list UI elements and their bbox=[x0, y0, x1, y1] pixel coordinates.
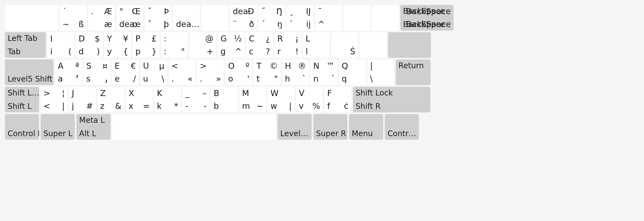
key-super-l[interactable]: Super L bbox=[41, 114, 75, 140]
key-r4-4[interactable]: Kk* bbox=[154, 87, 181, 112]
key-r1-6-bl: dea… bbox=[176, 19, 199, 29]
key-shift-l[interactable]: Shift L…Shift L bbox=[5, 87, 39, 112]
key-r2-11[interactable]: Ś bbox=[331, 32, 358, 58]
key-r1-7[interactable] bbox=[202, 5, 228, 31]
key-r2-4[interactable]: P£p} bbox=[133, 32, 159, 58]
key-lessgreater[interactable]: >¦<| bbox=[41, 87, 67, 112]
key-r3-7-tl: O bbox=[228, 61, 235, 71]
key-r3-1-br: ⸢ bbox=[76, 74, 79, 83]
key-r1-8-br: ð bbox=[249, 19, 254, 29]
key-r3-8-bl: t bbox=[257, 74, 260, 83]
key-r1-1[interactable] bbox=[5, 5, 58, 31]
key-r1-8[interactable]: deaÐ¨ð bbox=[230, 5, 257, 31]
key-r3-4[interactable]: Uµu\ bbox=[140, 59, 167, 85]
key-r2-1-tl: I bbox=[50, 34, 53, 43]
key-control-l[interactable]: Control L bbox=[5, 114, 39, 140]
key-r4-1[interactable]: Jj# bbox=[69, 87, 96, 112]
key-r4-9-tl: V bbox=[299, 88, 305, 98]
key-r4-2[interactable]: Zz& bbox=[97, 87, 124, 112]
key-r2-1[interactable]: Ii( bbox=[47, 32, 74, 58]
key-r4-1-br: # bbox=[86, 101, 93, 111]
key-alt-l[interactable]: Meta LAlt L bbox=[76, 114, 111, 140]
key-shift-r[interactable]: Shift LockShift R bbox=[353, 87, 430, 112]
key-space[interactable] bbox=[112, 114, 276, 140]
key-r1-2-br: ß bbox=[79, 19, 84, 29]
key-r2-5[interactable]: ::° bbox=[161, 32, 188, 58]
key-r2-3[interactable]: Y¥y{ bbox=[104, 32, 131, 58]
key-r3-7-bl: o bbox=[228, 74, 233, 83]
key-r3-11-tl: Q bbox=[342, 61, 348, 71]
key-super-l-bl: Super L bbox=[43, 129, 73, 138]
key-r4-7-tl: M bbox=[242, 88, 249, 98]
key-r3-9[interactable]: H®h` bbox=[282, 59, 309, 85]
key-r3-7[interactable]: Oºo' bbox=[225, 59, 252, 85]
key-r3-6[interactable]: >.» bbox=[197, 59, 224, 85]
key-control-r[interactable]: Contr… bbox=[385, 114, 419, 140]
key-r1-4-tl: ° bbox=[119, 7, 123, 16]
key-r3-7-br: ' bbox=[247, 74, 249, 83]
key-return[interactable]: Return bbox=[396, 59, 431, 85]
key-tab[interactable]: Left TabTab bbox=[5, 32, 46, 58]
key-super-r[interactable]: Super R bbox=[313, 114, 347, 140]
key-r3-8[interactable]: T©t" bbox=[254, 59, 281, 85]
key-backspace-tr: BackSpace bbox=[406, 7, 451, 16]
key-menu[interactable]: Menu bbox=[349, 114, 383, 140]
key-r2-6[interactable]: @+ bbox=[189, 32, 216, 58]
key-r1-10-bl: ` bbox=[290, 19, 294, 29]
key-r1-2[interactable]: ˙~ß bbox=[60, 5, 87, 31]
key-r3-10-br: ´ bbox=[330, 74, 335, 83]
key-r4-5[interactable]: _–-- bbox=[183, 87, 209, 112]
keyboard-row-3: Level5 ShiftAªa⸢S¤s⸥E€e/Uµu\<.«>.»Oºo'T©… bbox=[5, 59, 639, 85]
key-r2-10[interactable]: Ll bbox=[303, 32, 330, 58]
key-r1-3[interactable]: .Ææ bbox=[88, 5, 115, 31]
key-tab-tl: Left Tab bbox=[8, 34, 37, 43]
key-r1-11-tl: ¯ bbox=[318, 7, 322, 16]
key-r4-7[interactable]: Mm~ bbox=[239, 87, 266, 112]
key-r1-6[interactable]: dea… bbox=[173, 5, 200, 31]
key-r2-4-tr: £ bbox=[151, 34, 157, 43]
key-r4-6[interactable]: Bb bbox=[211, 87, 238, 112]
key-r1-11[interactable]: ¯^ bbox=[315, 5, 342, 31]
key-level3[interactable]: Level… bbox=[278, 114, 312, 140]
key-r3-3[interactable]: E€e/ bbox=[112, 59, 139, 85]
key-level5[interactable]: Level5 Shift bbox=[5, 59, 53, 85]
key-r1-5-tl: ˘ bbox=[148, 7, 152, 16]
key-r4-3[interactable]: Xx= bbox=[126, 87, 153, 112]
key-r3-2[interactable]: S¤s⸥ bbox=[84, 59, 110, 85]
key-r1-4[interactable]: °Œdeaœ bbox=[117, 5, 143, 31]
key-r3-7-tr: º bbox=[246, 61, 249, 71]
key-backspace[interactable]: BackSpaceBackSpaceBackSpaceBackSpace bbox=[400, 5, 454, 31]
key-r1-13[interactable] bbox=[372, 5, 399, 31]
key-r3-9-tl: H bbox=[285, 61, 291, 71]
key-r1-10-br: ĳ bbox=[306, 19, 311, 29]
key-r1-9[interactable]: ˝Ŋ´ŋ bbox=[258, 5, 285, 31]
key-return-tl: Return bbox=[398, 61, 424, 70]
key-r2-10-bl: l bbox=[306, 47, 308, 56]
key-r3-10[interactable]: N™n´ bbox=[311, 59, 337, 85]
key-return-top[interactable] bbox=[388, 32, 431, 58]
key-r2-7[interactable]: G½g^ bbox=[218, 32, 245, 58]
key-r4-9[interactable]: Vv% bbox=[296, 87, 323, 112]
key-r2-9[interactable]: R¡r! bbox=[275, 32, 301, 58]
key-r3-11[interactable]: Qq bbox=[339, 59, 366, 85]
key-r1-8-tr: Ð bbox=[248, 7, 254, 16]
key-r3-1-tr: ª bbox=[75, 61, 79, 71]
key-r2-6-tr: @ bbox=[205, 34, 213, 43]
key-r3-1[interactable]: Aªa⸢ bbox=[55, 59, 82, 85]
key-r2-2[interactable]: D$d) bbox=[76, 32, 103, 58]
key-r3-12[interactable]: |\ bbox=[367, 59, 394, 85]
key-r2-12[interactable] bbox=[360, 32, 386, 58]
key-r4-10[interactable]: Ffċ bbox=[324, 87, 351, 112]
key-r1-5[interactable]: ˘Þˇþ bbox=[145, 5, 172, 31]
key-r3-2-br: ⸥ bbox=[104, 74, 108, 83]
key-r4-8[interactable]: Ww| bbox=[268, 87, 294, 112]
key-r3-12-tl: | bbox=[370, 61, 373, 71]
key-r2-8[interactable]: C¿c? bbox=[246, 32, 273, 58]
key-r3-1-tl: A bbox=[58, 61, 64, 71]
key-r1-12[interactable] bbox=[344, 5, 370, 31]
key-r1-8-tl: dea bbox=[233, 7, 248, 16]
key-r3-5[interactable]: <.« bbox=[169, 59, 195, 85]
key-r1-10[interactable]: ¸Ĳ`ĳ bbox=[287, 5, 314, 31]
key-r3-9-bl: h bbox=[285, 74, 290, 83]
key-r3-10-tl: N bbox=[313, 61, 319, 71]
